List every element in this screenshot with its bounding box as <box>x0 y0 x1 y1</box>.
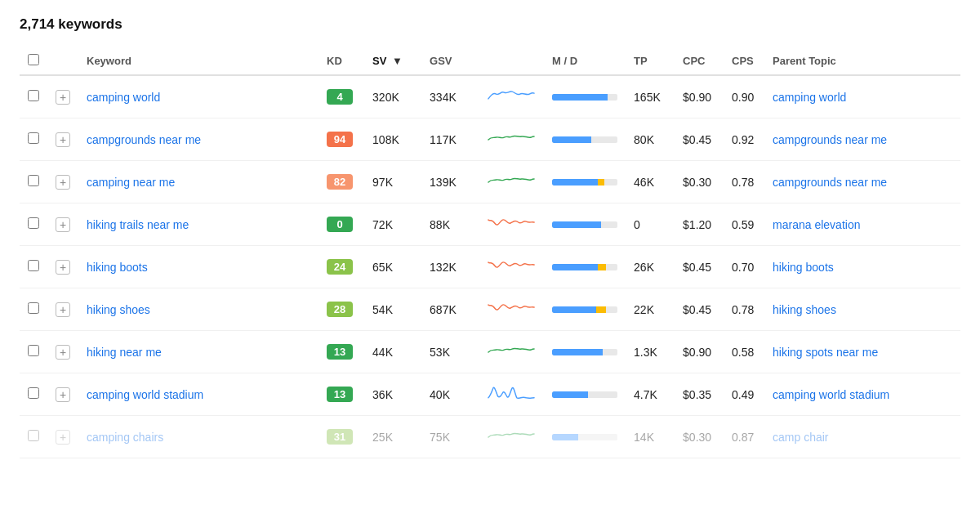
header-cps[interactable]: CPS <box>724 47 764 75</box>
kd-cell: 13 <box>318 373 364 416</box>
table-header-row: Keyword KD SV ▼ GSV M / D TP CPC CPS Par… <box>20 47 960 75</box>
header-kd[interactable]: KD <box>318 47 364 75</box>
parent-topic-cell: hiking boots <box>764 246 960 288</box>
trend-cell <box>479 331 544 373</box>
keyword-link[interactable]: hiking shoes <box>87 303 150 316</box>
keyword-link[interactable]: hiking near me <box>87 346 162 359</box>
parent-topic-link[interactable]: hiking spots near me <box>773 346 903 359</box>
cps-cell: 0.78 <box>724 161 764 203</box>
parent-topic-cell: campgrounds near me <box>764 161 960 203</box>
md-bar <box>552 349 617 355</box>
kd-cell: 13 <box>318 331 364 373</box>
md-cell <box>544 75 626 118</box>
add-keyword-button[interactable]: + <box>56 132 70 147</box>
keyword-link[interactable]: camping world stadium <box>87 388 203 401</box>
keyword-cell: camping chairs <box>78 416 318 458</box>
parent-topic-link[interactable]: hiking shoes <box>773 303 903 316</box>
row-checkbox-cell <box>20 288 47 331</box>
row-checkbox[interactable] <box>28 302 39 314</box>
header-gsv[interactable]: GSV <box>421 47 479 75</box>
header-parent[interactable]: Parent Topic <box>764 47 960 75</box>
add-keyword-button[interactable]: + <box>56 430 70 445</box>
gsv-cell: 75K <box>421 416 479 458</box>
gsv-cell: 132K <box>421 246 479 288</box>
row-add-cell: + <box>47 416 78 458</box>
row-checkbox-cell <box>20 75 47 118</box>
cpc-cell: $0.30 <box>675 161 724 203</box>
row-checkbox-cell <box>20 416 47 458</box>
parent-topic-cell: camp chair <box>764 416 960 458</box>
table-row: + hiking boots 24 65K 132K 26K $0.45 0.7… <box>20 246 960 288</box>
row-checkbox[interactable] <box>28 345 39 356</box>
header-sv[interactable]: SV ▼ <box>364 47 421 75</box>
row-checkbox[interactable] <box>28 260 39 271</box>
row-add-cell: + <box>47 288 78 331</box>
keyword-cell: hiking trails near me <box>78 203 318 246</box>
row-checkbox[interactable] <box>28 90 39 101</box>
trend-cell <box>479 246 544 288</box>
parent-topic-link[interactable]: hiking boots <box>773 261 903 274</box>
keyword-cell: camping near me <box>78 161 318 203</box>
gsv-cell: 53K <box>421 331 479 373</box>
md-bar <box>552 179 617 185</box>
row-checkbox[interactable] <box>28 175 39 186</box>
table-row: + camping near me 82 97K 139K 46K $0.30 … <box>20 161 960 203</box>
select-all-checkbox[interactable] <box>28 54 39 65</box>
keyword-link[interactable]: camping chairs <box>87 431 163 444</box>
tp-cell: 80K <box>626 118 675 161</box>
row-checkbox-cell <box>20 331 47 373</box>
row-checkbox[interactable] <box>28 387 39 399</box>
header-cpc[interactable]: CPC <box>675 47 724 75</box>
trend-cell <box>479 75 544 118</box>
md-cell <box>544 203 626 246</box>
add-keyword-button[interactable]: + <box>56 90 70 105</box>
sv-cell: 54K <box>364 288 421 331</box>
parent-topic-link[interactable]: marana elevation <box>773 218 903 231</box>
row-add-cell: + <box>47 373 78 416</box>
sv-cell: 97K <box>364 161 421 203</box>
parent-topic-link[interactable]: camping world stadium <box>773 388 903 401</box>
row-add-cell: + <box>47 246 78 288</box>
add-keyword-button[interactable]: + <box>56 217 70 232</box>
kd-cell: 24 <box>318 246 364 288</box>
trend-cell <box>479 416 544 458</box>
kd-badge: 13 <box>327 387 353 402</box>
tp-cell: 14K <box>626 416 675 458</box>
kd-cell: 31 <box>318 416 364 458</box>
row-checkbox-cell <box>20 203 47 246</box>
cpc-cell: $0.35 <box>675 373 724 416</box>
md-bar <box>552 136 617 143</box>
parent-topic-link[interactable]: camping world <box>773 91 903 104</box>
parent-topic-link[interactable]: campgrounds near me <box>773 176 903 189</box>
keyword-cell: camping world stadium <box>78 373 318 416</box>
keyword-link[interactable]: camping near me <box>87 176 175 189</box>
row-checkbox[interactable] <box>28 217 39 229</box>
gsv-cell: 40K <box>421 373 479 416</box>
add-keyword-button[interactable]: + <box>56 260 70 275</box>
row-checkbox[interactable] <box>28 132 39 144</box>
md-bar <box>552 434 617 440</box>
keyword-link[interactable]: hiking boots <box>87 261 148 274</box>
add-keyword-button[interactable]: + <box>56 175 70 190</box>
parent-topic-cell: camping world stadium <box>764 373 960 416</box>
parent-topic-link[interactable]: campgrounds near me <box>773 133 903 146</box>
keyword-link[interactable]: hiking trails near me <box>87 218 189 231</box>
add-keyword-button[interactable]: + <box>56 387 70 402</box>
header-tp[interactable]: TP <box>626 47 675 75</box>
keyword-link[interactable]: campgrounds near me <box>87 133 201 146</box>
tp-cell: 4.7K <box>626 373 675 416</box>
sv-cell: 108K <box>364 118 421 161</box>
cpc-cell: $1.20 <box>675 203 724 246</box>
cpc-cell: $0.30 <box>675 416 724 458</box>
keyword-link[interactable]: camping world <box>87 91 160 104</box>
md-bar <box>552 264 617 270</box>
parent-topic-link[interactable]: camp chair <box>773 431 903 444</box>
header-md[interactable]: M / D <box>544 47 626 75</box>
row-checkbox[interactable] <box>28 430 39 441</box>
table-row: + hiking near me 13 44K 53K 1.3K $0.90 0… <box>20 331 960 373</box>
add-keyword-button[interactable]: + <box>56 302 70 317</box>
table-row: + hiking trails near me 0 72K 88K 0 $1.2… <box>20 203 960 246</box>
kd-cell: 4 <box>318 75 364 118</box>
kd-badge: 4 <box>327 89 353 105</box>
add-keyword-button[interactable]: + <box>56 345 70 360</box>
